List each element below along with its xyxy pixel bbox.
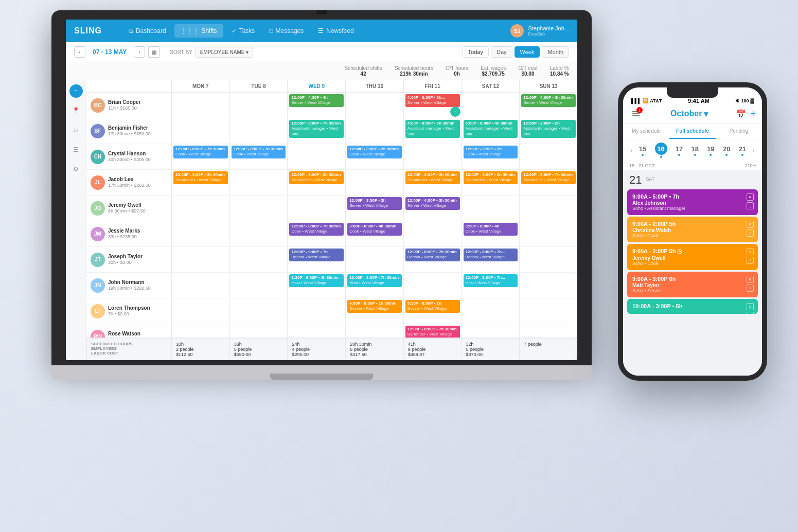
sort-dropdown[interactable]: EMPLOYEE NAME ▾ [196, 47, 253, 58]
shift-action-bot[interactable]: ⋮ [747, 285, 754, 292]
phone-shift-card[interactable]: 9:00A - 2:00P 5h Christina Walsh Soho • … [627, 217, 758, 242]
shift-action-top[interactable]: ≡ [747, 193, 754, 201]
shift-action-top[interactable]: ≡ [747, 303, 754, 310]
shift-block[interactable]: 12:00P - 6:00P • 7h Barista • West Villa… [289, 249, 344, 261]
week-day-18[interactable]: 18 [691, 145, 698, 156]
nav-tasks[interactable]: ✓ Tasks [225, 24, 261, 38]
shift-block[interactable]: 3:00P - 8:00P • 4h 30min Cook • West Vil… [347, 223, 402, 236]
week-day-16[interactable]: 16 [655, 143, 667, 158]
shift-block[interactable]: 12:00P - 3:00P • 2h 30min Sommelier • We… [173, 171, 228, 184]
day-cell: 12:00P - 3:00P • 2h 30min Cook • West Vi… [345, 144, 403, 169]
month-title[interactable]: October ▾ [670, 109, 708, 119]
tab-pending[interactable]: Pending [716, 124, 762, 139]
next-week-arrow[interactable]: › [750, 146, 757, 154]
shift-block[interactable]: 12:00P - 3:30P • 3h Server • West Villag… [347, 197, 402, 210]
employee-name: John Normann [108, 279, 151, 286]
phone-shift-card[interactable]: 10:00A - 3:00P • 5h ≡ ⋮ [627, 299, 758, 314]
shift-block[interactable]: 12:00P - 3:00P • 2h 30min Sommelier • We… [405, 171, 460, 184]
add-shift-mini-button[interactable]: + [450, 107, 460, 117]
calendar-icon[interactable]: 📅 [736, 109, 746, 119]
shift-action-bot[interactable]: ⋮ [747, 257, 754, 264]
add-shift-button[interactable]: + [69, 84, 83, 98]
shift-block[interactable]: 12:00P - 8:00P • 7h 30min Assistant mana… [289, 120, 344, 138]
shift-location: Sommelier • West Village [291, 178, 342, 183]
week-day-15[interactable]: 15 [639, 145, 646, 156]
shift-action-top[interactable]: ≡ [747, 276, 754, 283]
employee-name: Jeremy Owell [108, 202, 146, 208]
day-cell: 12:00P - 8:00P • 7h 30min Cook • West Vi… [171, 144, 229, 169]
shift-block[interactable]: 12:00P - 8:00P • 7h 30min Cook • West Vi… [173, 146, 228, 158]
shift-block[interactable]: 3:30P - 8:00P • 4h Cook • West Village [464, 223, 518, 236]
week-view-button[interactable]: Week [515, 46, 540, 58]
nav-newsfeed[interactable]: ☰ Newsfeed [312, 24, 360, 38]
add-button[interactable]: + [750, 109, 756, 119]
filter-button[interactable]: 1 [629, 107, 643, 120]
shift-block[interactable]: 6:00P - 8:00P • 1h 30min Busser • West V… [347, 300, 402, 313]
shift-block[interactable]: 12:00P - 3:00P • 2h 30min Sommelier • We… [464, 171, 518, 184]
next-week-button[interactable]: › [134, 46, 145, 58]
shift-block[interactable]: 12:00P - 4:00P • 3h 30min Server • West … [521, 94, 576, 107]
phone-shift-card[interactable]: 9:00A - 2:00P 5h ◷ Jeremy Owell Soho • C… [627, 244, 758, 270]
footer-cost-val: $417.50 [350, 352, 399, 357]
shift-block[interactable]: 3:00P - 8:00P • 4h 30min Assistant manag… [464, 120, 518, 138]
week-day-17[interactable]: 17 [676, 145, 683, 156]
shift-block[interactable]: 12:00P - 3:00P • 2h 30min Cook • West Vi… [347, 146, 402, 158]
shift-block[interactable]: 4:00P - 8:00P • 3h... Server • West Vill… [405, 94, 460, 107]
shift-block[interactable]: 12:00P - 8:00P • 7h... Host • West Villa… [464, 274, 518, 287]
shift-block[interactable]: 12:00P - 2:00P • 2h Assistant manager • … [521, 120, 576, 138]
tab-full-schedule[interactable]: Full schedule [669, 124, 716, 139]
phone-shift-card[interactable]: 9:00A - 5:00P • 7h Alex Johnson Soho • A… [627, 189, 758, 215]
shift-block[interactable]: 12:00P - 8:00P • 7h 30min Barista • West… [405, 249, 460, 261]
shift-action-bot[interactable]: ⋮ [747, 229, 754, 237]
shift-card-location: Soho • Cook [632, 261, 753, 266]
shift-block[interactable]: 12:00P - 4:30P • 4h Server • West Villag… [289, 94, 344, 107]
shift-block[interactable]: 12:00P - 8:00P • 7h 30min Bartender • We… [405, 326, 460, 338]
shift-action-bot[interactable]: ⋮ [747, 202, 754, 209]
day-view-button[interactable]: Day [491, 46, 512, 58]
shift-location: Cook • West Village [349, 152, 400, 157]
prev-week-arrow[interactable]: ‹ [628, 146, 635, 154]
prev-week-button[interactable]: ‹ [74, 46, 85, 58]
shift-action-bot[interactable]: ⋮ [747, 312, 754, 319]
footer-cell: 7 people [519, 339, 577, 360]
calendar-toggle[interactable]: ▦ [148, 46, 159, 58]
nav-messages[interactable]: □ Messages [263, 24, 310, 38]
week-day-19[interactable]: 19 [707, 145, 714, 156]
table-row: RW Rose Watson 15h • $129.75 12:00P - 8:… [86, 324, 577, 338]
nav-dashboard[interactable]: ⧉ Dashboard [122, 24, 172, 38]
shift-block[interactable]: 12:00P - 8:00P • 7h 30min Cook • West Vi… [232, 146, 286, 158]
week-day-number: 17 [676, 145, 683, 153]
phone-shift-card[interactable]: 9:00A - 3:00P 6h Matt Taylor Soho • Serv… [627, 272, 758, 297]
list-icon[interactable]: ☰ [69, 143, 83, 156]
day-cell: 12:00P - 8:00P • 7h 30min Host • West Vi… [345, 273, 403, 298]
settings-icon[interactable]: ⚙ [69, 163, 83, 176]
shift-action-top[interactable]: ≡ [747, 221, 754, 228]
shift-block[interactable]: 12:00P - 3:00P • 2h 30min Sommelier • We… [289, 171, 344, 184]
today-button[interactable]: Today [463, 46, 489, 58]
avatar: BC [91, 98, 105, 113]
shift-action-top[interactable]: ≡ [747, 248, 754, 255]
shift-block[interactable]: 5:30P - 8:00P • 2h Busser • West Village [405, 300, 460, 313]
shift-block[interactable]: 12:00P - 8:00P • 7h 30min Cook • West Vi… [289, 223, 344, 236]
shift-block[interactable]: 12:00P - 3:30P • 3h Cook • West Village [464, 146, 518, 158]
date-range: 07 - 13 MAY [88, 48, 131, 56]
week-day-21[interactable]: 21 [739, 145, 746, 156]
location-filter-icon[interactable]: 📍 [69, 104, 83, 117]
shift-block[interactable]: 4:00P - 8:00P • 3h 30min Assistant manag… [405, 120, 460, 138]
day-cell [345, 324, 403, 338]
tab-my-schedule[interactable]: My schedule [623, 124, 669, 139]
shift-block[interactable]: 12:00P - 8:00P • 7h 30min Sommelier • We… [521, 171, 576, 184]
date-number: 21 [629, 174, 642, 186]
shift-block[interactable]: 12:00P - 8:00P • 7h 30min Host • West Vi… [347, 274, 402, 287]
phone-device: ▌▌▌ 🛜 AT&T 9:41 AM ✱ 100 ▓ 1 October ▾ [618, 82, 767, 381]
shift-block[interactable]: 1:30P - 6:30P • 4h 30min Host • West Vil… [289, 274, 344, 287]
shift-location: Host • West Village [466, 280, 516, 286]
shift-block[interactable]: 12:00P - 4:00P • 3h 30min Server • West … [405, 197, 460, 210]
filter-icon[interactable]: ☺ [69, 123, 83, 137]
day-fri: FRI 11 [403, 80, 462, 92]
month-view-button[interactable]: Month [542, 46, 569, 58]
week-day-20[interactable]: 20 [723, 145, 730, 156]
shift-dot-indicator [678, 154, 680, 156]
shift-block[interactable]: 12:00P - 8:00P • 7h... Barista • West Vi… [464, 249, 518, 261]
nav-shifts[interactable]: ⋮⋮⋮ Shifts [174, 24, 223, 38]
